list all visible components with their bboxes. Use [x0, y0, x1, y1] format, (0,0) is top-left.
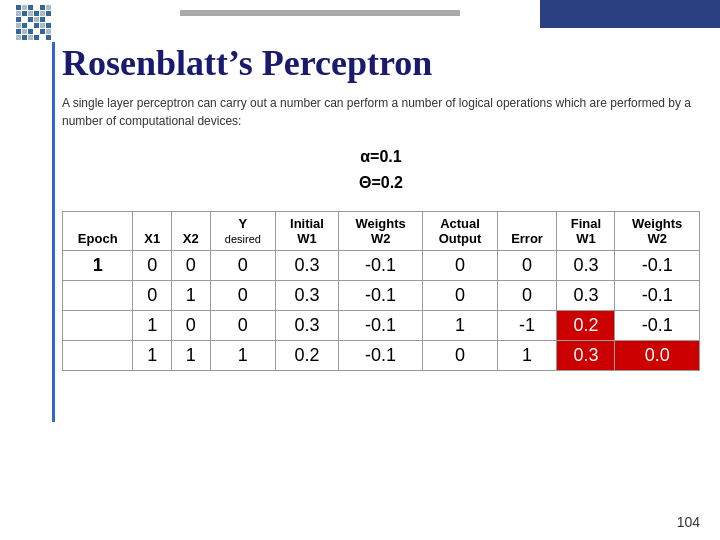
left-border-line	[52, 42, 55, 422]
cell-fw1-1: 0.3	[557, 251, 615, 281]
col-x2: X2	[172, 212, 211, 251]
cell-fw2-4: 0.0	[615, 341, 700, 371]
main-content: Rosenblatt’s Perceptron A single layer p…	[62, 42, 700, 371]
cell-iw1-2: 0.3	[276, 281, 339, 311]
table-header-row: Epoch X1 X2 Ydesired InitialW1 WeightsW2…	[63, 212, 700, 251]
cell-epoch-2	[63, 281, 133, 311]
col-y: Ydesired	[210, 212, 276, 251]
cell-err-4: 1	[497, 341, 557, 371]
cell-x2-2: 1	[172, 281, 211, 311]
cell-epoch-1: 1	[63, 251, 133, 281]
cell-err-2: 0	[497, 281, 557, 311]
cell-ao-1: 0	[423, 251, 497, 281]
logo-area	[8, 2, 58, 42]
col-initial-w1: InitialW1	[276, 212, 339, 251]
cell-fw2-3: -0.1	[615, 311, 700, 341]
logo-pixels	[16, 5, 51, 40]
table-row: 1 0 0 0 0.3 -0.1 0 0 0.3 -0.1	[63, 251, 700, 281]
col-final-w1: FinalW1	[557, 212, 615, 251]
perceptron-table: Epoch X1 X2 Ydesired InitialW1 WeightsW2…	[62, 211, 700, 371]
subtitle: A single layer perceptron can carry out …	[62, 94, 700, 130]
cell-y-1: 0	[210, 251, 276, 281]
cell-fw1-4: 0.3	[557, 341, 615, 371]
table-row: 1 0 0 0.3 -0.1 1 -1 0.2 -0.1	[63, 311, 700, 341]
col-weights-w2: WeightsW2	[338, 212, 423, 251]
cell-fw2-2: -0.1	[615, 281, 700, 311]
cell-w2-2: -0.1	[338, 281, 423, 311]
cell-epoch-3	[63, 311, 133, 341]
params-block: α=0.1 Θ=0.2	[62, 144, 700, 195]
cell-x1-1: 0	[133, 251, 172, 281]
cell-iw1-3: 0.3	[276, 311, 339, 341]
cell-err-3: -1	[497, 311, 557, 341]
cell-ao-4: 0	[423, 341, 497, 371]
cell-iw1-4: 0.2	[276, 341, 339, 371]
cell-y-2: 0	[210, 281, 276, 311]
cell-x2-1: 0	[172, 251, 211, 281]
theta-param: Θ=0.2	[62, 170, 700, 196]
cell-epoch-4	[63, 341, 133, 371]
cell-x1-2: 0	[133, 281, 172, 311]
cell-err-1: 0	[497, 251, 557, 281]
col-weights-w2-final: WeightsW2	[615, 212, 700, 251]
page-number: 104	[677, 514, 700, 530]
cell-ao-3: 1	[423, 311, 497, 341]
cell-fw1-2: 0.3	[557, 281, 615, 311]
cell-x1-4: 1	[133, 341, 172, 371]
col-x1: X1	[133, 212, 172, 251]
cell-x2-4: 1	[172, 341, 211, 371]
cell-w2-1: -0.1	[338, 251, 423, 281]
page-title: Rosenblatt’s Perceptron	[62, 42, 700, 84]
alpha-param: α=0.1	[62, 144, 700, 170]
cell-fw1-3: 0.2	[557, 311, 615, 341]
top-center-bar	[180, 10, 460, 16]
cell-iw1-1: 0.3	[276, 251, 339, 281]
cell-x2-3: 0	[172, 311, 211, 341]
cell-y-4: 1	[210, 341, 276, 371]
col-actual-output: ActualOutput	[423, 212, 497, 251]
cell-ao-2: 0	[423, 281, 497, 311]
table-row: 1 1 1 0.2 -0.1 0 1 0.3 0.0	[63, 341, 700, 371]
cell-x1-3: 1	[133, 311, 172, 341]
col-error: Error	[497, 212, 557, 251]
cell-w2-3: -0.1	[338, 311, 423, 341]
cell-y-3: 0	[210, 311, 276, 341]
cell-w2-4: -0.1	[338, 341, 423, 371]
cell-fw2-1: -0.1	[615, 251, 700, 281]
table-row: 0 1 0 0.3 -0.1 0 0 0.3 -0.1	[63, 281, 700, 311]
top-right-decoration	[540, 0, 720, 28]
col-epoch: Epoch	[63, 212, 133, 251]
